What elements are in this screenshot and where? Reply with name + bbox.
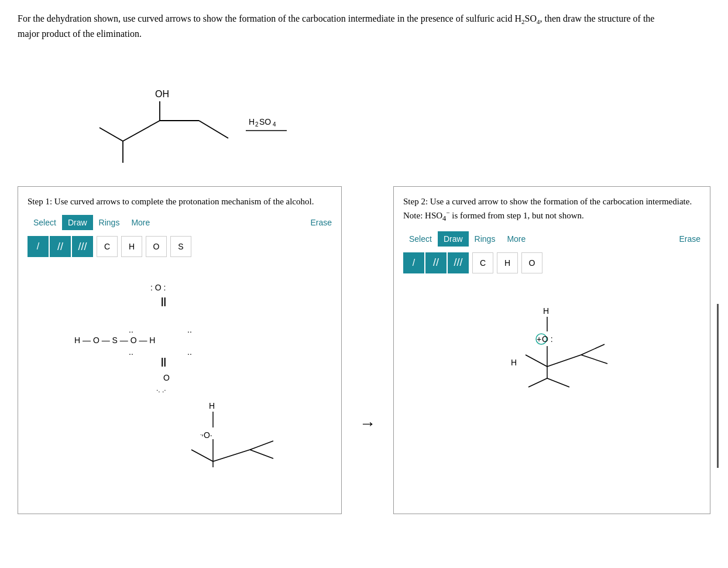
svg-line-48 [547, 378, 569, 387]
svg-text:..: .. [129, 347, 133, 357]
svg-text:SO: SO [259, 117, 271, 126]
step2-draw-tools: / // /// C H O [403, 252, 700, 273]
svg-text:OH: OH [155, 89, 169, 99]
svg-text:O :: O : [542, 334, 553, 344]
svg-text:H: H [543, 306, 549, 316]
svg-line-29 [191, 450, 213, 461]
svg-text:..: .. [187, 325, 192, 334]
step2-draw-btn[interactable]: Draw [438, 231, 469, 247]
svg-text:4: 4 [273, 121, 276, 128]
svg-line-42 [526, 355, 547, 367]
svg-text:O: O [163, 373, 170, 382]
step2-hydrogen-btn[interactable]: H [497, 252, 518, 273]
step1-oxygen-btn[interactable]: O [146, 236, 167, 257]
step1-draw-btn[interactable]: Draw [62, 215, 93, 230]
svg-line-43 [547, 355, 581, 367]
svg-line-2 [123, 121, 160, 141]
step1-box: Step 1: Use curved arrows to complete th… [18, 186, 342, 514]
step1-draw-tools: / // /// C H O S [28, 236, 332, 257]
step1-title: Step 1: Use curved arrows to complete th… [28, 195, 332, 208]
step1-triple-bond-btn[interactable]: /// [72, 236, 93, 257]
step2-rings-btn[interactable]: Rings [469, 231, 502, 247]
svg-text:H: H [511, 358, 517, 367]
question-text: For the dehydration shown, use curved ar… [18, 12, 661, 41]
molecule-display: OH H 2 SO 4 product [64, 52, 710, 169]
svg-text:H — O — S — O — H: H — O — S — O — H [74, 336, 155, 345]
step2-carbon-btn[interactable]: C [472, 252, 493, 273]
svg-line-47 [528, 378, 547, 387]
svg-line-6 [199, 121, 228, 138]
svg-text:+: + [537, 334, 541, 344]
step2-select-btn[interactable]: Select [403, 231, 438, 247]
step-arrow: → [359, 186, 376, 514]
step2-oxygen-btn[interactable]: O [521, 252, 542, 273]
step2-canvas[interactable]: H + O : H [403, 282, 700, 487]
step1-sulfur-btn[interactable]: S [170, 236, 191, 257]
step2-erase-btn[interactable]: Erase [679, 234, 700, 244]
svg-line-32 [250, 450, 273, 458]
step1-carbon-btn[interactable]: C [97, 236, 118, 257]
svg-text:: O :: : O : [150, 283, 166, 292]
step1-double-bond-btn[interactable]: // [50, 236, 71, 257]
svg-line-45 [581, 355, 607, 364]
step1-single-bond-btn[interactable]: / [28, 236, 49, 257]
svg-line-46 [581, 344, 605, 355]
step2-toolbar: Select Draw Rings More Erase [403, 231, 700, 247]
svg-line-4 [99, 128, 123, 141]
step2-more-btn[interactable]: More [501, 231, 531, 247]
right-edge-indicator [717, 304, 719, 468]
step1-hydrogen-btn[interactable]: H [121, 236, 142, 257]
step1-toolbar: Select Draw Rings More Erase [28, 215, 332, 230]
step2-title: Step 2: Use a curved arrow to show the f… [403, 195, 700, 224]
step1-select-btn[interactable]: Select [28, 215, 62, 230]
step1-molecule-svg: : O : || .. .. H — O — S — O — H .. .. |… [28, 268, 332, 467]
svg-text:||: || [161, 296, 166, 306]
svg-text:..: .. [187, 347, 192, 357]
step1-more-btn[interactable]: More [125, 215, 156, 230]
svg-text:..: .. [129, 325, 133, 334]
svg-text:||: || [161, 357, 166, 367]
step1-canvas[interactable]: : O : || .. .. H — O — S — O — H .. .. |… [28, 265, 332, 470]
step2-double-bond-btn[interactable]: // [425, 252, 447, 273]
svg-text:H: H [249, 117, 255, 126]
steps-container: Step 1: Use curved arrows to complete th… [18, 186, 710, 514]
starting-molecule-svg: OH H 2 SO 4 product [64, 52, 287, 169]
step1-rings-btn[interactable]: Rings [93, 215, 126, 230]
step2-molecule-svg: H + O : H [435, 296, 669, 472]
svg-text:H: H [209, 401, 215, 410]
step2-single-bond-btn[interactable]: / [403, 252, 424, 273]
svg-line-33 [250, 441, 273, 450]
svg-text:2: 2 [255, 121, 259, 128]
svg-line-30 [213, 450, 250, 461]
step2-triple-bond-btn[interactable]: /// [448, 252, 469, 273]
step2-box: Step 2: Use a curved arrow to show the f… [393, 186, 710, 514]
svg-text:..: .. [200, 430, 204, 436]
step1-erase-btn[interactable]: Erase [310, 218, 332, 227]
svg-text:·. .·: ·. .· [156, 386, 166, 394]
